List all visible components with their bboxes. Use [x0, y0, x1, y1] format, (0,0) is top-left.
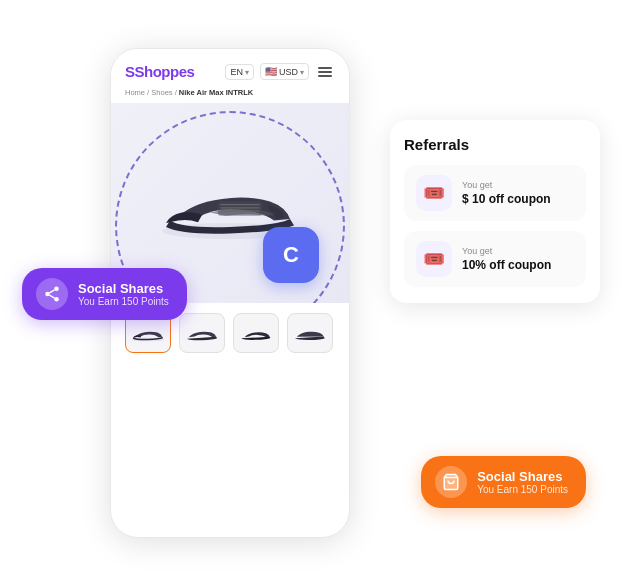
svg-point-7 — [45, 292, 50, 297]
social-shares-badge-right[interactable]: Social Shares You Earn 150 Points — [421, 456, 586, 508]
svg-line-9 — [49, 295, 54, 298]
bag-icon-right — [435, 466, 467, 498]
breadcrumb-home[interactable]: Home — [125, 88, 145, 97]
svg-point-6 — [54, 287, 59, 292]
breadcrumb: Home / Shoes / Nike Air Max INTRLK — [111, 86, 349, 103]
currency-selector[interactable]: 🇺🇸 USD — [260, 63, 309, 80]
phone-header: SShoppes EN 🇺🇸 USD — [111, 49, 349, 86]
coupon-ticket-icon-2: 🎟️ — [416, 241, 452, 277]
lang-selector[interactable]: EN — [225, 64, 254, 80]
currency-label: USD — [279, 67, 298, 77]
social-shares-text-right: Social Shares You Earn 150 Points — [477, 469, 568, 495]
scene: SShoppes EN 🇺🇸 USD Home / — [0, 0, 624, 580]
lang-chevron-icon — [245, 67, 249, 77]
thumbnail-3[interactable] — [233, 313, 279, 353]
badge-subtitle-right: You Earn 150 Points — [477, 484, 568, 495]
logo-accent: S — [125, 63, 135, 80]
svg-rect-1 — [218, 201, 262, 215]
breadcrumb-current: Nike Air Max INTRLK — [179, 88, 253, 97]
svg-line-10 — [49, 290, 54, 293]
referrals-title: Referrals — [404, 136, 586, 153]
coupon-value-1: $ 10 off coupon — [462, 192, 551, 206]
coupon-you-get-label-1: You get — [462, 180, 551, 190]
lang-label: EN — [230, 67, 243, 77]
currency-chevron-icon — [300, 67, 304, 77]
app-logo: SShoppes — [125, 63, 194, 80]
coupon-ticket-icon-1: 🎟️ — [416, 175, 452, 211]
coupon-item-1: 🎟️ You get $ 10 off coupon — [404, 165, 586, 221]
coupon-text-2: You get 10% off coupon — [462, 246, 551, 272]
thumbnail-4[interactable] — [287, 313, 333, 353]
svg-point-8 — [54, 297, 59, 302]
coupon-item-2: 🎟️ You get 10% off coupon — [404, 231, 586, 287]
share-icon-left — [36, 278, 68, 310]
coupon-value-2: 10% off coupon — [462, 258, 551, 272]
coupon-you-get-label-2: You get — [462, 246, 551, 256]
badge-title-left: Social Shares — [78, 281, 169, 296]
c-logo-letter: C — [283, 242, 299, 268]
badge-title-right: Social Shares — [477, 469, 568, 484]
breadcrumb-shoes[interactable]: Shoes — [151, 88, 172, 97]
coupon-text-1: You get $ 10 off coupon — [462, 180, 551, 206]
flag-icon: 🇺🇸 — [265, 66, 277, 77]
social-shares-badge-left[interactable]: Social Shares You Earn 150 Points — [22, 268, 187, 320]
phone-nav: EN 🇺🇸 USD — [225, 63, 335, 80]
referrals-card: Referrals 🎟️ You get $ 10 off coupon 🎟️ … — [390, 120, 600, 303]
social-shares-text-left: Social Shares You Earn 150 Points — [78, 281, 169, 307]
thumbnail-2[interactable] — [179, 313, 225, 353]
badge-subtitle-left: You Earn 150 Points — [78, 296, 169, 307]
hamburger-menu-icon[interactable] — [315, 64, 335, 80]
c-logo-badge: C — [263, 227, 319, 283]
